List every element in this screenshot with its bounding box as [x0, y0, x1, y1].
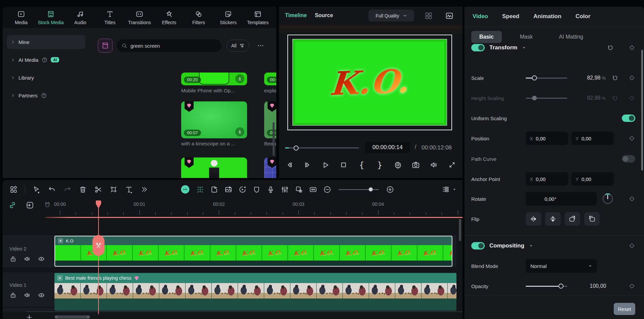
zoom-in-icon[interactable] — [386, 185, 394, 194]
grid-view-icon[interactable] — [424, 11, 433, 20]
rotate-dial[interactable] — [602, 193, 614, 205]
speaker-icon[interactable] — [24, 255, 31, 263]
stock-thumb[interactable]: 00:05explosion bomb fire b... — [264, 73, 276, 93]
ko-clip[interactable]: K.O K.O.K.O.K.O.K.O.K.O.K.O.K.O.K.O.K.O.… — [54, 236, 452, 267]
preview-tab-source[interactable]: Source — [315, 12, 333, 18]
speed-icon[interactable] — [238, 185, 247, 194]
nav-item-media[interactable]: Media — [7, 10, 35, 25]
rotate-ccw-button[interactable] — [584, 212, 600, 226]
green-screen-layer[interactable]: K.O. — [292, 39, 447, 126]
play-icon[interactable] — [320, 159, 331, 171]
sidebar-item-partners[interactable]: Partners — [7, 88, 85, 102]
sidebar-item-ai-media[interactable]: AI MediaAI — [7, 53, 85, 67]
opacity-value[interactable]: 100,00 — [590, 283, 606, 289]
nav-item-templates[interactable]: Templates — [244, 10, 272, 25]
scissors-icon[interactable] — [94, 185, 103, 194]
caret-down-icon[interactable] — [529, 244, 533, 248]
mixer-icon[interactable] — [281, 185, 289, 194]
thumb-preview[interactable]: 00:05 — [264, 73, 276, 85]
position-y-field[interactable]: Y0,00 — [571, 132, 614, 145]
inspector-scrollbar[interactable] — [641, 50, 643, 171]
keyframe-view-icon[interactable] — [295, 185, 303, 194]
chess-clip[interactable]: Best male friends playing chess — [54, 273, 456, 311]
scrub-slider[interactable] — [285, 147, 359, 148]
reset-scale-icon[interactable] — [612, 75, 618, 81]
playhead-line[interactable] — [98, 201, 99, 314]
position-keyframe-icon[interactable] — [629, 135, 635, 142]
video-viewport[interactable]: K.O. — [279, 25, 462, 134]
reset-button[interactable]: Reset — [614, 303, 635, 315]
link-clips-icon[interactable] — [8, 201, 17, 210]
timeline-zoom-slider[interactable] — [338, 189, 379, 190]
thumb-preview[interactable]: 00:10 — [264, 157, 276, 178]
rotate-keyframe-icon[interactable] — [629, 195, 635, 202]
mask-icon[interactable] — [252, 185, 261, 194]
download-icon[interactable] — [235, 127, 244, 136]
playhead-pin[interactable] — [95, 200, 102, 209]
undo-icon[interactable] — [48, 185, 56, 194]
mark-out-icon[interactable]: } — [374, 159, 386, 171]
crop-icon[interactable] — [110, 185, 118, 193]
thumb-preview[interactable]: 00:20 — [181, 73, 247, 85]
lock-icon[interactable] — [9, 291, 17, 299]
nav-item-titles[interactable]: Titles — [96, 10, 124, 25]
thumbnail-scrollbar[interactable] — [273, 122, 275, 156]
rotate-cw-button[interactable] — [565, 212, 580, 226]
position-x-field[interactable]: X0,00 — [526, 132, 568, 145]
timeline-horizontal-scrollbar[interactable] — [54, 315, 90, 319]
nav-item-stock-media[interactable]: Stock Media — [37, 10, 65, 25]
scale-value[interactable]: 82,98 — [587, 75, 600, 81]
nav-item-audio[interactable]: Audio — [67, 10, 94, 25]
add-track-icon[interactable] — [26, 314, 33, 319]
ai-assistant-icon[interactable] — [180, 184, 190, 194]
blend-mode-dropdown[interactable]: Normal — [526, 259, 597, 273]
inspector-tab-speed[interactable]: Speed — [502, 13, 519, 20]
mic-icon[interactable] — [267, 185, 275, 194]
giphy-store-button[interactable] — [98, 39, 113, 53]
delete-icon[interactable] — [79, 185, 87, 194]
playhead-scissors-marker[interactable] — [92, 235, 105, 256]
select-tool-icon[interactable] — [32, 185, 41, 194]
flip-vertical-button[interactable] — [545, 212, 561, 226]
transform-toggle[interactable] — [471, 44, 485, 51]
fullscreen-icon[interactable] — [446, 159, 458, 171]
stock-thumb[interactable]: 00:07with a kinescope on a ... — [181, 101, 247, 146]
nav-item-transitions[interactable]: Transitions — [126, 10, 153, 25]
inspector-tab-video[interactable]: Video — [473, 13, 488, 20]
keyframe-diamond-icon[interactable] — [629, 44, 635, 51]
scene-detect-icon[interactable] — [224, 185, 233, 194]
next-frame-icon[interactable] — [302, 159, 313, 171]
snapshot-icon[interactable] — [410, 159, 421, 171]
scale-slider[interactable] — [526, 78, 567, 79]
stock-thumb[interactable]: 00:20Mobile Phone with Op... — [181, 73, 247, 93]
zoom-out-icon[interactable] — [323, 185, 331, 194]
uniform-scaling-toggle[interactable] — [622, 115, 635, 122]
double-chevron-icon[interactable] — [140, 185, 148, 193]
flip-horizontal-button[interactable] — [526, 212, 541, 226]
nav-item-filters[interactable]: Filters — [185, 10, 212, 25]
smart-split-icon[interactable] — [196, 185, 204, 194]
playback-settings-icon[interactable] — [392, 159, 404, 171]
apps-icon[interactable] — [9, 185, 18, 194]
eye-icon[interactable] — [38, 291, 45, 299]
path-curve-toggle[interactable] — [622, 155, 635, 163]
more-options-button[interactable] — [257, 42, 264, 49]
lock-icon[interactable] — [9, 255, 17, 263]
sidebar-item-mine[interactable]: Mine — [7, 35, 85, 49]
inspector-tab-animation[interactable]: Animation — [533, 13, 561, 20]
stock-thumb[interactable]: 00:10 — [264, 157, 276, 178]
scale-keyframe-icon[interactable] — [629, 75, 635, 81]
compositing-keyframe-icon[interactable] — [629, 242, 635, 249]
scopes-icon[interactable] — [445, 11, 454, 20]
sidebar-item-library[interactable]: Library — [7, 71, 85, 85]
redo-icon[interactable] — [63, 185, 72, 194]
compositing-toggle[interactable] — [471, 242, 485, 249]
search-input[interactable] — [130, 43, 208, 49]
stop-icon[interactable] — [338, 159, 349, 171]
nav-item-effects[interactable]: Effects — [155, 10, 183, 25]
download-icon[interactable] — [235, 74, 244, 83]
chevron-down-icon[interactable] — [452, 187, 456, 191]
thumb-preview[interactable]: 00:07 — [181, 101, 247, 138]
mark-in-icon[interactable]: { — [356, 159, 367, 171]
timeline-vertical-scrollbar[interactable] — [459, 219, 461, 241]
